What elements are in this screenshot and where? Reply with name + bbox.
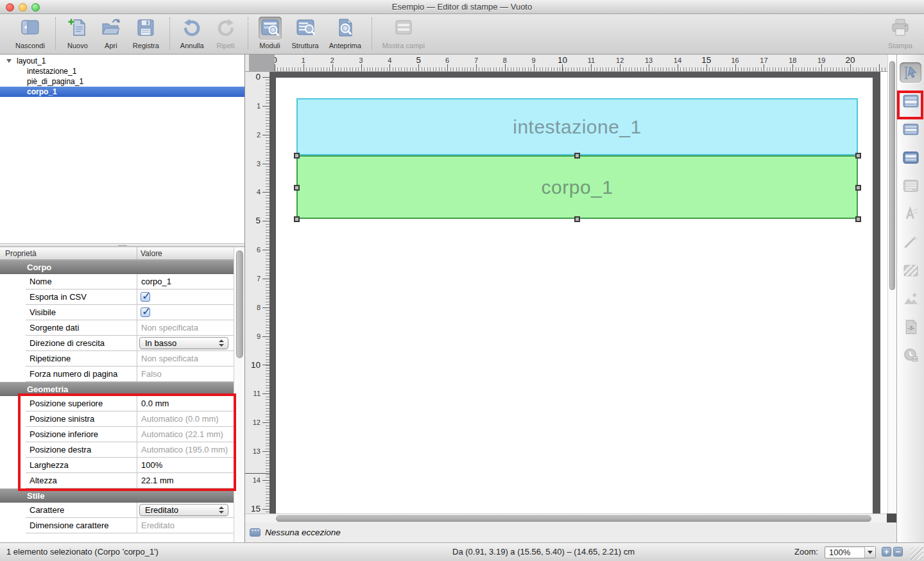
registra-button[interactable]: Registra — [128, 16, 164, 49]
property-column-header: Proprietà — [5, 247, 37, 260]
tree-item-intestazione-1[interactable]: intestazione_1 — [0, 66, 244, 76]
ruler-number: 13 — [645, 56, 653, 64]
ruler-number: 19 — [817, 56, 825, 64]
horizontal-scrollbar-thumb[interactable] — [276, 515, 871, 522]
band-corpo-1[interactable]: corpo_1 — [296, 155, 858, 219]
struttura-button[interactable]: Struttura — [287, 16, 324, 49]
selection-handle[interactable] — [294, 153, 300, 159]
property-value-carattere[interactable]: Ereditato — [137, 503, 234, 518]
ruler-number: 0 — [255, 73, 261, 81]
ruler-number: 7 — [474, 56, 478, 64]
ruler-ticks — [275, 64, 892, 71]
dropdown-direzione-di-crescita[interactable]: In basso — [139, 337, 228, 349]
property-row-esporta-in-csv: Esporta in CSV — [0, 289, 234, 305]
property-value-forza-numero-di-pagina[interactable]: Falso — [137, 367, 234, 382]
selection-handle[interactable] — [855, 216, 861, 222]
property-value-direzione-di-crescita[interactable]: In basso — [137, 336, 234, 351]
selection-handle[interactable] — [574, 216, 580, 222]
new-document-icon — [66, 17, 89, 40]
close-window-button[interactable] — [6, 3, 14, 12]
dropdown-carattere[interactable]: Ereditato — [139, 504, 228, 516]
minimize-window-button[interactable] — [19, 3, 27, 12]
ruler-corner — [249, 55, 275, 72]
selection-handle[interactable] — [294, 185, 300, 191]
zoom-out-button[interactable]: − — [893, 547, 903, 557]
ruler-number: 12 — [616, 56, 624, 64]
toolbar-button-label: Ripeti — [214, 42, 237, 49]
undo-icon — [180, 17, 203, 40]
tree-item-pi-di-pagina-1[interactable]: piè_di_pagina_1 — [0, 76, 244, 87]
zoom-combobox[interactable]: 100% — [825, 546, 876, 558]
ruler-number: 7 — [257, 275, 261, 282]
show-fields-icon — [392, 17, 415, 40]
nuovo-button[interactable]: Nuovo — [61, 16, 94, 49]
toolbar-button-label: Stampa — [888, 42, 912, 49]
selection-handle[interactable] — [855, 185, 861, 191]
dropdown-value: Ereditato — [145, 505, 178, 515]
property-label: Direzione di crescita — [30, 336, 105, 350]
window-title: Esempio — Editor di stampe — Vuoto — [0, 0, 924, 13]
property-row-ripetizione: RipetizioneNon specificata — [0, 351, 234, 367]
property-label: Sorgente dati — [30, 320, 79, 335]
line-tool-button — [900, 232, 921, 252]
property-value-ripetizione[interactable]: Non specificata — [137, 351, 234, 367]
shape-tool-button — [900, 260, 921, 280]
annulla-button[interactable]: Annulla — [175, 16, 209, 49]
band-tool-3-button[interactable] — [900, 147, 921, 168]
selection-handle[interactable] — [855, 153, 861, 159]
band-label: corpo_1 — [542, 177, 613, 198]
canvas-horizontal-scrollbar[interactable] — [245, 514, 887, 522]
band-tool-2-button[interactable] — [900, 119, 921, 139]
ruler-number: 10 — [251, 361, 261, 369]
coordinates-status: Da (0.91, 3.19) a (15.56, 5.40) – (14.65… — [452, 543, 635, 561]
toolbar-button-label: Moduli — [259, 42, 282, 49]
modules-icon — [259, 17, 282, 40]
zoom-dropdown-button[interactable] — [864, 547, 875, 558]
anteprima-button[interactable]: Anteprima — [324, 16, 366, 49]
redo-icon — [214, 17, 237, 40]
property-row-visibile: Visibile — [0, 305, 234, 320]
value-column-header: Valore — [141, 247, 162, 260]
toolbar-separator — [169, 17, 170, 49]
selection-handle[interactable] — [574, 153, 580, 159]
property-value-dimensione-carattere[interactable]: Ereditato — [137, 518, 234, 533]
properties-scrollbar-thumb[interactable] — [236, 250, 243, 358]
zoom-in-button[interactable]: + — [882, 547, 891, 557]
selection-handle[interactable] — [294, 216, 300, 222]
toolbar-button-label: Annulla — [180, 42, 204, 49]
zoom-window-button[interactable] — [31, 3, 40, 12]
apri-button[interactable]: Apri — [94, 16, 128, 49]
preview-icon — [334, 17, 357, 40]
property-row-carattere: CarattereEreditato — [0, 503, 234, 518]
band-intestazione-1[interactable]: intestazione_1 — [296, 98, 858, 155]
canvas-vertical-scrollbar[interactable] — [887, 55, 896, 514]
ruler-number: 4 — [388, 56, 391, 64]
dropdown-arrows-icon — [219, 506, 224, 514]
tree-item-corpo-1[interactable]: corpo_1 — [0, 87, 244, 97]
moduli-button[interactable]: Moduli — [253, 16, 287, 49]
ruler-number: 4 — [257, 188, 261, 196]
checkbox-esporta-in-csv[interactable] — [141, 292, 150, 302]
ruler-number: 20 — [845, 55, 855, 65]
window-resize-grip[interactable] — [911, 547, 923, 560]
ruler-number: 1 — [302, 56, 305, 64]
property-value-esporta-in-csv[interactable] — [137, 289, 234, 305]
exception-icon[interactable] — [250, 528, 261, 537]
property-value-visibile[interactable] — [137, 305, 234, 320]
checkbox-visibile[interactable] — [141, 307, 150, 317]
nascondi-button[interactable]: Nascondi — [10, 16, 50, 49]
property-value-sorgente-dati[interactable]: Non specificata — [137, 320, 234, 336]
svg-text:-3-: -3- — [907, 324, 914, 331]
zoom-value: 100% — [829, 547, 850, 558]
sidebar-icon — [19, 17, 42, 40]
tree-item-label: intestazione_1 — [27, 67, 76, 76]
select-tool-button[interactable] — [900, 62, 921, 83]
property-value-nome[interactable]: corpo_1 — [137, 274, 234, 289]
exception-text: Nessuna eccezione — [265, 522, 341, 542]
ruler-ticks — [262, 77, 270, 526]
vertical-scrollbar-thumb[interactable] — [889, 61, 895, 290]
ripeti-button: Ripeti — [209, 16, 243, 49]
ruler-guide-mark — [245, 473, 270, 474]
disclosure-triangle-icon[interactable] — [6, 59, 12, 63]
tree-item-layout-1[interactable]: layout_1 — [0, 56, 244, 66]
